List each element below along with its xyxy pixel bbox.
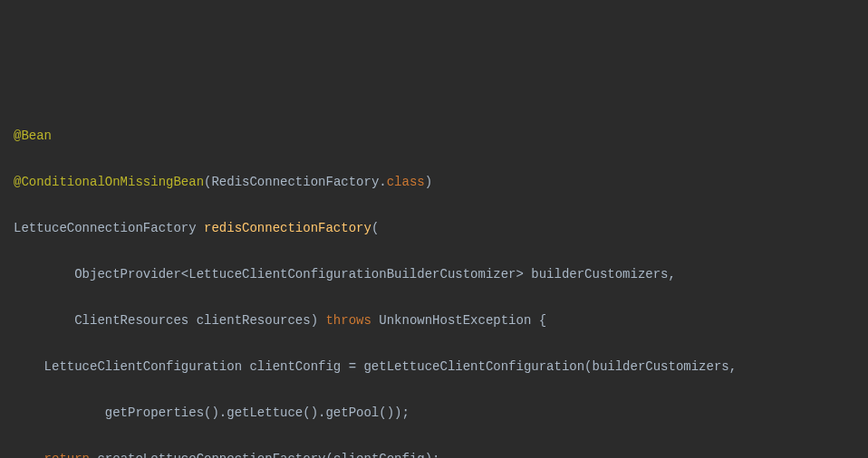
type-token: LettuceConnectionFactory [14, 221, 204, 235]
keyword-token: throws [325, 313, 371, 328]
method-decl-token: redisConnectionFactory [204, 221, 371, 235]
code-line: @ConditionalOnMissingBean(RedisConnectio… [14, 171, 868, 195]
ident-token: getProperties().getLettuce().getPool()); [14, 406, 410, 420]
code-line: ClientResources clientResources) throws … [14, 310, 868, 333]
ident-token: LettuceClientConfiguration clientConfig … [14, 359, 737, 374]
annotation-token: @Bean [14, 129, 52, 143]
code-line: return createLettuceConnectionFactory(cl… [14, 448, 868, 459]
code-line: ObjectProvider<LettuceClientConfiguratio… [14, 263, 868, 287]
keyword-token: return [44, 452, 90, 459]
code-line: LettuceConnectionFactory redisConnection… [14, 217, 868, 241]
annotation-token: @ConditionalOnMissingBean [14, 175, 204, 189]
param-token: ClientResources clientResources) [14, 313, 325, 328]
keyword-token: class [387, 175, 425, 189]
punct-token: . [379, 175, 386, 189]
ident-token: createLettuceConnectionFactory(clientCon… [90, 452, 439, 459]
indent-token [14, 452, 44, 459]
code-line: getProperties().getLettuce().getPool()); [14, 402, 868, 425]
code-editor-view: @Bean @ConditionalOnMissingBean(RedisCon… [14, 101, 868, 458]
punct-token: ) [425, 175, 432, 189]
ident-token: UnknownHostException { [371, 313, 546, 328]
type-token: RedisConnectionFactory [211, 175, 379, 189]
code-line: @Bean [14, 125, 868, 148]
code-line: LettuceClientConfiguration clientConfig … [14, 356, 868, 379]
param-token: ObjectProvider<LettuceClientConfiguratio… [14, 267, 676, 281]
punct-token: ( [371, 221, 379, 235]
